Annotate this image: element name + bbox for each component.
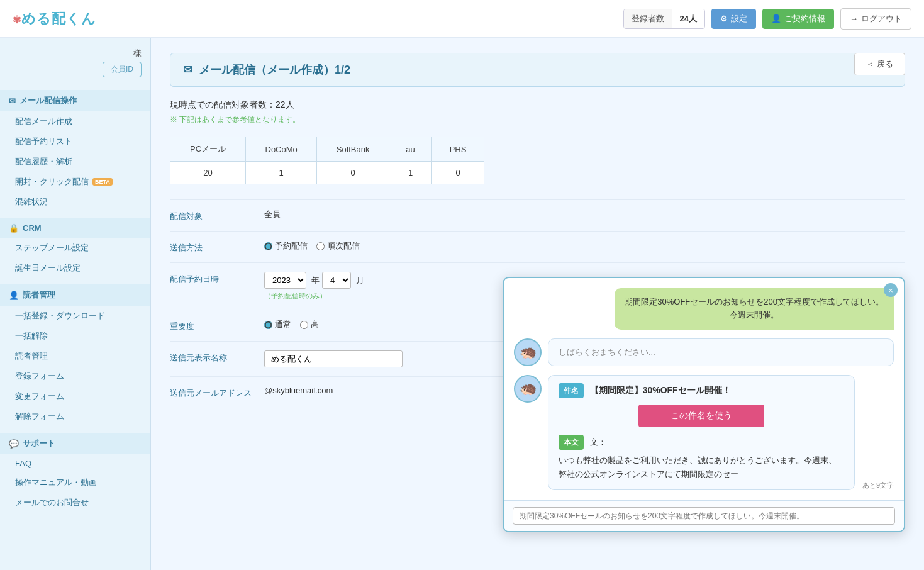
form-value-target: 全員 [264,209,905,220]
chat-overlay: × 期間限定30%OFFセールのお知らせを200文字程度で作成してほしい。今週末… [503,277,905,532]
chat-subject-bubble: 件名 【期間限定】30%OFFセール開催！ この件名を使う 本文 文： いつも弊… [548,375,855,490]
stat-label: 登録者数 [624,9,672,28]
stat-value: 24人 [672,9,704,28]
radio-normal[interactable]: 通常 [264,319,291,330]
radio-sequential[interactable]: 順次配信 [316,240,360,252]
sidebar-section-readers: 👤 読者管理 一括登録・ダウンロード 一括解除 読者管理 登録フォーム 変更フォ… [0,284,150,427]
sidebar-item-create-mail[interactable]: 配信メール作成 [0,111,150,131]
logout-icon: → [850,14,858,23]
table-header-docomo: DoCoMo [246,137,317,162]
logout-button[interactable]: → ログアウト [840,8,911,30]
sidebar-section-title-mail: ✉ メール配信操作 [0,90,150,111]
month-select[interactable]: 4 [322,272,351,289]
char-count: あと9文字 [862,481,894,490]
chat-user-bubble: 期間限定30%OFFセールのお知らせを200文字程度で作成してほしい。今週末開催… [615,288,894,330]
radio-high-label: 高 [311,319,319,330]
section-label-crm: CRM [23,223,42,233]
sidebar-section-title-support: 💬 サポート [0,433,150,454]
sidebar-item-cancel-form[interactable]: 解除フォーム [0,406,150,427]
section-label-mail: メール配信操作 [19,95,77,106]
month-label: 月 [356,275,364,286]
sidebar-item-faq[interactable]: FAQ [0,454,150,472]
header-right: 登録者数 24人 ⚙ 設定 👤 ご契約情報 → ログアウト [623,8,911,30]
header: ✾める配くん 登録者数 24人 ⚙ 設定 👤 ご契約情報 → ログアウト [0,0,924,38]
sidebar-item-change-form[interactable]: 変更フォーム [0,386,150,406]
radio-sequential-label: 順次配信 [327,240,360,252]
use-subject-button[interactable]: この件名を使う [638,405,764,427]
contract-label: ご契約情報 [784,13,825,25]
sidebar-item-step-mail[interactable]: ステップメール設定 [0,238,150,258]
layout: 様 会員ID ✉ メール配信操作 配信メール作成 配信予約リスト 配信履歴・解析… [0,38,924,570]
chat-avatar-waiting: 🦔 [514,338,542,366]
sidebar-item-reader-manage[interactable]: 読者管理 [0,346,150,366]
chat-close-button[interactable]: × [884,283,898,297]
radio-normal-input[interactable] [264,321,272,329]
sidebar: 様 会員ID ✉ メール配信操作 配信メール作成 配信予約リスト 配信履歴・解析… [0,38,151,570]
form-value-method: 予約配信 順次配信 [264,240,905,252]
back-button[interactable]: ＜ 戻る [854,53,905,75]
table-cell-docomo: 1 [246,162,317,184]
form-row-target: 配信対象 全員 [170,199,905,231]
sidebar-item-contact[interactable]: メールでのお問合せ [0,493,150,513]
settings-button[interactable]: ⚙ 設定 [711,9,756,29]
radio-scheduled-input[interactable] [264,242,272,250]
chat-avatar-subject: 🦔 [514,375,542,403]
page-title-bar: ✉ メール配信（メール作成）1/2 [170,53,905,87]
radio-high-input[interactable] [300,321,308,329]
sidebar-user: 様 会員ID [0,38,150,84]
contract-button[interactable]: 👤 ご契約情報 [762,9,834,29]
chat-bot-waiting-row: 🦔 しばらくおまちください... [514,338,894,366]
table-header-pc: PCメール [170,137,246,162]
sidebar-open-click-label: 開封・クリック配信 [15,176,89,187]
sidebar-item-open-click[interactable]: 開封・クリック配信 BETA [0,172,150,192]
sidebar-section-title-readers: 👤 読者管理 [0,284,150,306]
sidebar-section-crm: 🔒 CRM ステップメール設定 誕生日メール設定 [0,218,150,278]
person-icon: 👤 [771,14,781,23]
table-header-au: au [389,137,432,162]
table-cell-pc: 20 [170,162,246,184]
subject-badge: 件名 [559,383,584,398]
logo: ✾める配くん [13,9,96,28]
sender-email-suffix: @skybluemail.com [264,386,333,395]
member-id-button[interactable]: 会員ID [103,62,142,77]
form-label-datetime: 配信予約日時 [170,272,252,285]
sidebar-item-manual[interactable]: 操作マニュアル・動画 [0,472,150,493]
table-header-softbank: SoftBank [317,137,389,162]
form-label-target: 配信対象 [170,209,252,222]
chat-input-field[interactable] [513,507,895,525]
form-label-sender-email: 送信元メールアドレス [170,386,252,399]
radio-high[interactable]: 高 [300,319,319,330]
chat-messages: 期間限定30%OFFセールのお知らせを200文字程度で作成してほしい。今週末開催… [504,278,904,500]
form-row-method: 送信方法 予約配信 順次配信 [170,231,905,262]
radio-sequential-input[interactable] [316,242,325,250]
sidebar-item-bulk-cancel[interactable]: 一括解除 [0,326,150,346]
sidebar-section-mail: ✉ メール配信操作 配信メール作成 配信予約リスト 配信履歴・解析 開封・クリッ… [0,90,150,212]
sidebar-item-history[interactable]: 配信履歴・解析 [0,152,150,172]
person-icon-sidebar: 👤 [9,291,19,300]
sidebar-item-congestion[interactable]: 混雑状況 [0,192,150,212]
sidebar-item-birthday-mail[interactable]: 誕生日メール設定 [0,258,150,278]
body-badge: 本文 [559,435,584,450]
sender-name-input[interactable] [264,350,403,367]
sidebar-item-bulk-register[interactable]: 一括登録・ダウンロード [0,306,150,326]
table-row: 20 1 0 1 0 [170,162,484,184]
table-cell-softbank: 0 [317,162,389,184]
subject-text: 【期間限定】30%OFFセール開催！ [590,385,731,395]
form-label-sender-name: 送信元表示名称 [170,350,252,364]
sidebar-section-support: 💬 サポート FAQ 操作マニュアル・動画 メールでのお問合せ [0,433,150,513]
chat-bot-subject-row: 🦔 件名 【期間限定】30%OFFセール開催！ この件名を使う 本文 文： いつ… [514,375,894,490]
table-cell-phs: 0 [431,162,484,184]
logout-label: ログアウト [861,13,902,25]
header-stat: 登録者数 24人 [623,9,705,29]
lock-icon: 🔒 [9,223,19,233]
chat-icon: 💬 [9,439,19,449]
sidebar-item-reserved-list[interactable]: 配信予約リスト [0,131,150,152]
body-text: いつも弊社の製品をご利用いただき、誠にありがとうございます。今週末、弊社の公式オ… [559,454,844,481]
settings-label: 設定 [731,13,747,25]
radio-scheduled[interactable]: 予約配信 [264,240,308,252]
user-label: 様 [133,48,142,58]
sidebar-item-register-form[interactable]: 登録フォーム [0,366,150,386]
radio-scheduled-label: 予約配信 [275,240,308,252]
year-select[interactable]: 2023 [264,272,306,289]
recipient-note: ※ 下記はあくまで参考値となります。 [170,115,905,125]
